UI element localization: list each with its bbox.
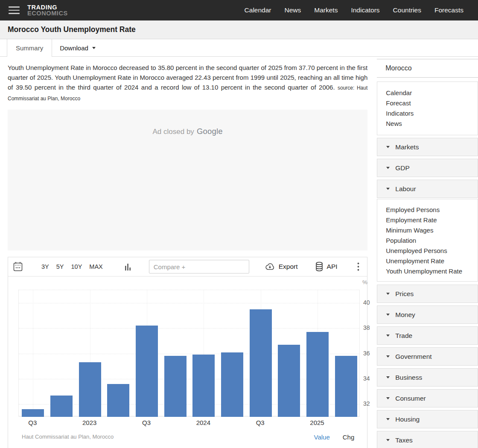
sidebar-section-label: GDP [395,164,410,172]
range-buttons: 3Y5Y10YMAX [41,263,103,270]
bar [50,396,73,417]
chart-widget: 3Y5Y10YMAX [8,257,367,448]
sidebar-item-unemployed-persons[interactable]: Unemployed Persons [386,246,478,256]
nav-item-countries[interactable]: Countries [393,6,421,14]
bar [164,356,187,417]
sidebar-section-gdp[interactable]: GDP [377,159,478,177]
caret-down-icon [386,376,390,378]
compare-input[interactable] [149,260,249,273]
tab-summary[interactable]: Summary [7,39,52,57]
sidebar-item-unemployment-rate[interactable]: Unemployment Rate [386,256,478,266]
caret-down-icon [386,355,390,358]
y-axis-tick-label: 32 [363,400,370,407]
chart-region: % 3234363840 Q32023Q32024Q32025 [8,276,367,428]
nav-item-news[interactable]: News [285,6,301,14]
sidebar-link-news[interactable]: News [386,119,478,129]
sidebar-links: CalendarForecastIndicatorsNews [377,81,478,135]
sidebar-section-housing[interactable]: Housing [377,410,478,428]
summary-text: Youth Unemployment Rate in Morocco decre… [8,64,367,91]
sidebar-section-markets[interactable]: Markets [377,138,478,156]
y-axis-unit-label: % [362,279,367,285]
y-gridline [19,328,359,329]
chart-footer: Haut Commissariat au Plan, Morocco Value… [8,428,367,441]
bar [192,355,215,417]
api-label: API [327,263,338,271]
sidebar-link-calendar[interactable]: Calendar [386,88,478,98]
x-axis-tick-label: 2024 [196,419,210,426]
bar-chart-icon[interactable] [125,263,131,271]
sidebar-section-trade[interactable]: Trade [377,326,478,345]
sidebar: Morocco CalendarForecastIndicatorsNews M… [377,59,478,448]
nav-links: CalendarNewsMarketsIndicatorsCountriesFo… [245,6,463,14]
hamburger-menu-icon[interactable] [9,6,20,14]
sidebar-item-employment-rate[interactable]: Employment Rate [386,215,478,225]
nav-item-indicators[interactable]: Indicators [351,6,379,14]
y-axis-tick-label: 38 [363,324,370,331]
kebab-menu-icon[interactable] [356,262,361,272]
sidebar-section-label: Business [395,374,422,381]
sidebar-country: Morocco [377,59,478,78]
logo[interactable]: TRADING ECONOMICS [27,4,68,16]
sidebar-section-labour[interactable]: Labour [377,180,478,198]
bar [79,362,101,417]
sidebar-section-money[interactable]: Money [377,305,478,324]
bar [136,326,158,417]
sidebar-link-forecast[interactable]: Forecast [386,98,478,108]
value-toggle[interactable]: Value [314,433,329,441]
tab-download[interactable]: Download [52,39,103,56]
calendar-icon[interactable] [13,262,23,272]
bar [335,356,357,417]
logo-line2: ECONOMICS [27,10,68,16]
range-button-3y[interactable]: 3Y [41,263,49,270]
sidebar-section-prices[interactable]: Prices [377,285,478,303]
google-logo: Google [197,127,223,136]
x-axis-tick-label: 2023 [82,419,96,426]
source-label: source: [338,85,354,91]
caret-down-icon [386,335,390,337]
range-button-5y[interactable]: 5Y [56,263,64,270]
sidebar-link-indicators[interactable]: Indicators [386,108,478,119]
tab-summary-label: Summary [16,44,43,52]
sidebar-section-business[interactable]: Business [377,368,478,387]
sidebar-section-government[interactable]: Government [377,347,478,366]
tab-download-label: Download [60,44,88,52]
sidebar-section-taxes[interactable]: Taxes [377,431,478,448]
cloud-download-icon [264,262,275,271]
api-button[interactable]: API [315,262,338,272]
sidebar-section-label: Consumer [395,395,426,402]
sidebar-section-consumer[interactable]: Consumer [377,389,478,407]
summary-paragraph: Youth Unemployment Rate in Morocco decre… [8,63,367,104]
ad-closed-text: Ad closed by [153,128,194,136]
nav-item-calendar[interactable]: Calendar [245,6,271,14]
x-axis-tick-label: Q3 [28,419,37,426]
bar [221,352,243,417]
bar [250,309,272,417]
nav-item-forecasts[interactable]: Forecasts [434,6,463,14]
chg-toggle[interactable]: Chg [343,433,355,441]
y-axis-tick-label: 34 [363,375,370,382]
sidebar-item-minimum-wages[interactable]: Minimum Wages [386,225,478,236]
x-axis-tick-label: Q3 [256,419,265,426]
export-button[interactable]: Export [264,262,298,271]
tab-strip: Summary Download [0,39,478,57]
caret-down-icon [386,418,390,420]
caret-down-icon [386,439,390,441]
sidebar-section-label: Prices [395,290,414,298]
sidebar-section-label: Government [395,353,431,361]
logo-line1: TRADING [27,4,68,10]
nav-item-markets[interactable]: Markets [314,6,338,14]
sidebar-section-label: Housing [395,416,420,423]
y-gridline [19,303,359,303]
sidebar-sections: MarketsGDPLabourEmployed PersonsEmployme… [377,138,478,448]
chart-toolbar: 3Y5Y10YMAX [8,257,367,276]
caret-down-icon [386,188,390,190]
sidebar-section-label: Markets [395,143,419,151]
ad-placeholder: Ad closed byGoogle [8,110,367,250]
range-button-max[interactable]: MAX [89,263,102,270]
title-bar: Morocco Youth Unemployment Rate [0,20,478,39]
range-button-10y[interactable]: 10Y [71,263,82,270]
sidebar-item-population[interactable]: Population [386,236,478,246]
sidebar-item-youth-unemployment-rate[interactable]: Youth Unemployment Rate [386,266,478,276]
caret-down-icon [386,397,390,399]
sidebar-item-employed-persons[interactable]: Employed Persons [386,205,478,215]
